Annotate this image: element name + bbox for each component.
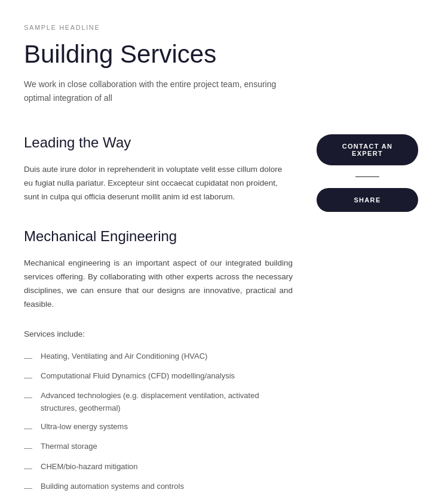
list-dash: — [24, 461, 32, 475]
sidebar-divider [355, 176, 379, 177]
share-button[interactable]: SHARE [317, 188, 418, 212]
services-list: —Heating, Ventilating and Air Conditioni… [24, 350, 293, 499]
list-item: —Building automation systems and control… [24, 480, 293, 494]
list-dash: — [24, 390, 32, 403]
list-item-text: Building automation systems and controls [41, 480, 293, 493]
list-item: —Thermal storage [24, 441, 293, 454]
mech-title: Mechanical Engineering [24, 228, 293, 245]
sample-headline-label: SAMPLE HEADLINE [24, 24, 293, 31]
list-item-text: Advanced technologies (e.g. displacement… [41, 390, 293, 415]
list-dash: — [24, 441, 32, 454]
sidebar: CONTACT AN EXPERT SHARE [311, 24, 424, 499]
leading-title: Leading the Way [24, 134, 293, 151]
mechanical-section: Mechanical Engineering Mechanical engine… [24, 228, 293, 499]
list-item-text: Ultra-low energy systems [41, 421, 293, 433]
list-dash: — [24, 371, 32, 384]
list-item: —Computational Fluid Dynamics (CFD) mode… [24, 370, 293, 384]
contact-expert-button[interactable]: CONTACT AN EXPERT [317, 134, 418, 165]
page-title: Building Services [24, 41, 293, 68]
list-item: —Advanced technologies (e.g. displacemen… [24, 390, 293, 415]
list-item-text: Thermal storage [41, 441, 293, 453]
list-dash: — [24, 351, 32, 364]
list-item: —Ultra-low energy systems [24, 421, 293, 435]
list-dash: — [24, 481, 32, 494]
list-dash: — [24, 421, 32, 435]
list-item-text: CHEM/bio-hazard mitigation [41, 461, 293, 473]
services-label: Services include: [24, 329, 293, 338]
list-item: —CHEM/bio-hazard mitigation [24, 461, 293, 475]
mech-body: Mechanical engineering is an important a… [24, 257, 293, 312]
leading-body: Duis aute irure dolor in reprehenderit i… [24, 163, 293, 204]
page-subtitle: We work in close collaboration with the … [24, 78, 293, 104]
list-item-text: Heating, Ventilating and Air Conditionin… [41, 350, 293, 363]
list-item: —Heating, Ventilating and Air Conditioni… [24, 350, 293, 364]
list-item-text: Computational Fluid Dynamics (CFD) model… [41, 370, 293, 383]
leading-section: Leading the Way Duis aute irure dolor in… [24, 134, 293, 204]
main-content: SAMPLE HEADLINE Building Services We wor… [24, 24, 311, 499]
